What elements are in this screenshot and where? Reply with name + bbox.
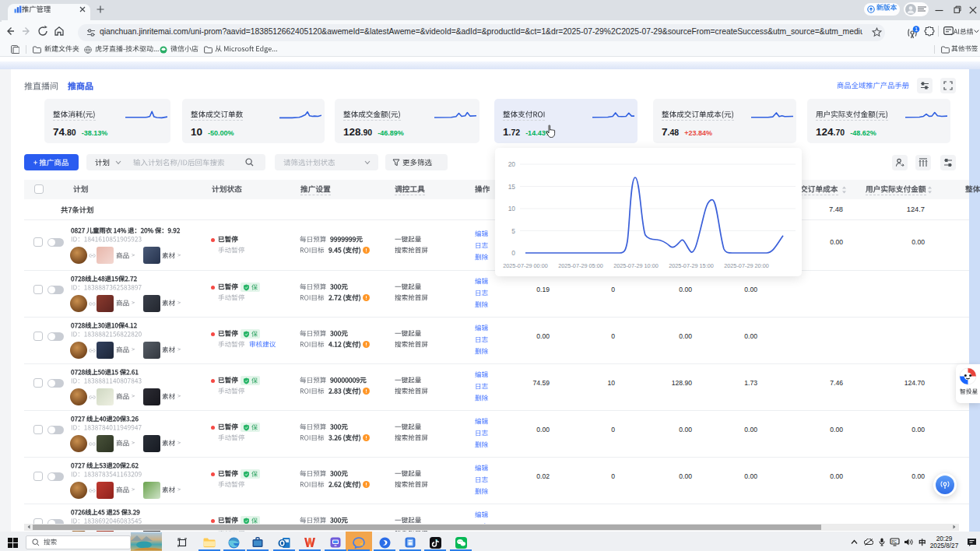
- svg-text:2025-07-29 15:00: 2025-07-29 15:00: [669, 262, 714, 269]
- svg-text:1: 1: [915, 26, 918, 33]
- svg-text:PC: PC: [892, 540, 897, 544]
- svg-text:2025-07-29 20:00: 2025-07-29 20:00: [724, 262, 769, 269]
- svg-text:0: 0: [511, 249, 515, 257]
- svg-text:10: 10: [508, 205, 516, 212]
- svg-text:5: 5: [511, 227, 515, 235]
- svg-text:2025-07-29 10:00: 2025-07-29 10:00: [613, 262, 659, 269]
- svg-text:15: 15: [508, 183, 516, 191]
- svg-text:2025-07-29 00:00: 2025-07-29 00:00: [503, 262, 548, 269]
- svg-text:2025-07-29 05:00: 2025-07-29 05:00: [558, 262, 603, 269]
- svg-text:20: 20: [508, 160, 516, 168]
